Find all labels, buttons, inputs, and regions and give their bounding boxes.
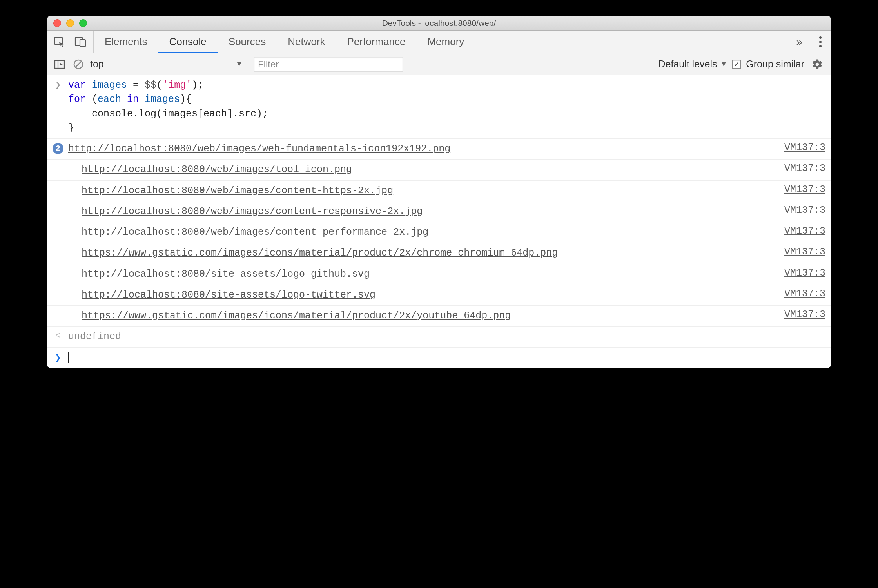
log-source-link[interactable]: VM137:3 bbox=[776, 288, 825, 299]
log-url[interactable]: https://www.gstatic.com/images/icons/mat… bbox=[82, 310, 511, 321]
svg-marker-5 bbox=[60, 63, 63, 65]
svg-rect-3 bbox=[55, 60, 64, 68]
log-url[interactable]: https://www.gstatic.com/images/icons/mat… bbox=[82, 247, 558, 259]
console-log-entry: http://localhost:8080/web/images/content… bbox=[47, 201, 831, 222]
minimize-window-button[interactable] bbox=[66, 19, 74, 27]
maximize-window-button[interactable] bbox=[79, 19, 87, 27]
log-source-link[interactable]: VM137:3 bbox=[776, 205, 825, 216]
execution-context-selector[interactable]: top ▼ bbox=[90, 58, 247, 70]
log-source-link[interactable]: VM137:3 bbox=[776, 163, 825, 174]
log-url[interactable]: http://localhost:8080/web/images/content… bbox=[82, 206, 423, 217]
overflow-tabs-button[interactable]: » bbox=[791, 36, 807, 48]
tab-memory[interactable]: Memory bbox=[416, 31, 475, 53]
console-settings-icon[interactable] bbox=[809, 58, 825, 70]
divider bbox=[811, 34, 811, 49]
tabs-right-tools: » bbox=[786, 31, 831, 53]
log-source-link[interactable]: VM137:3 bbox=[776, 267, 825, 279]
group-similar-checkbox[interactable]: ✓ bbox=[732, 60, 741, 69]
prompt-marker-icon: ❯ bbox=[53, 351, 63, 364]
window-title: DevTools - localhost:8080/web/ bbox=[47, 18, 831, 28]
input-marker-icon: ❯ bbox=[53, 78, 63, 91]
console-log-entry: 2http://localhost:8080/web/images/web-fu… bbox=[47, 139, 831, 160]
tab-network[interactable]: Network bbox=[277, 31, 336, 53]
inspector-tools bbox=[47, 31, 94, 53]
log-source-link[interactable]: VM137:3 bbox=[776, 309, 825, 320]
log-url[interactable]: http://localhost:8080/site-assets/logo-g… bbox=[82, 269, 370, 280]
console-input-history: ❯ var images = $$('img');for (each in im… bbox=[47, 75, 831, 139]
levels-label: Default levels bbox=[658, 58, 717, 70]
log-url[interactable]: http://localhost:8080/web/images/content… bbox=[82, 185, 393, 196]
repeat-count-badge: 2 bbox=[53, 143, 63, 154]
console-log-entry: http://localhost:8080/web/images/content… bbox=[47, 181, 831, 201]
inspect-element-icon[interactable] bbox=[53, 35, 67, 49]
devtools-window: DevTools - localhost:8080/web/ ElementsC… bbox=[47, 16, 831, 368]
result-marker-icon: < bbox=[53, 330, 63, 341]
console-result: < undefined bbox=[47, 327, 831, 347]
console-log-entry: http://localhost:8080/site-assets/logo-g… bbox=[47, 264, 831, 285]
tab-console[interactable]: Console bbox=[158, 31, 217, 53]
chevron-down-icon: ▼ bbox=[236, 60, 243, 68]
toggle-console-sidebar-icon[interactable] bbox=[53, 57, 67, 71]
context-label: top bbox=[90, 58, 104, 70]
svg-line-7 bbox=[75, 61, 82, 67]
console-log-entry: https://www.gstatic.com/images/icons/mat… bbox=[47, 243, 831, 264]
filter-input[interactable] bbox=[254, 57, 403, 71]
code-block: var images = $$('img');for (each in imag… bbox=[68, 78, 825, 135]
log-url[interactable]: http://localhost:8080/web/images/tool_ic… bbox=[82, 164, 352, 175]
panel-tabs: ElementsConsoleSourcesNetworkPerformance… bbox=[94, 31, 786, 53]
tab-sources[interactable]: Sources bbox=[218, 31, 277, 53]
console-body: ❯ var images = $$('img');for (each in im… bbox=[47, 75, 831, 368]
console-toolbar: top ▼ Default levels ▼ ✓ Group similar bbox=[47, 53, 831, 75]
tab-elements[interactable]: Elements bbox=[94, 31, 158, 53]
tab-performance[interactable]: Performance bbox=[336, 31, 417, 53]
clear-console-icon[interactable] bbox=[71, 57, 85, 71]
result-value: undefined bbox=[68, 331, 121, 342]
console-log-entry: http://localhost:8080/site-assets/logo-t… bbox=[47, 285, 831, 306]
close-window-button[interactable] bbox=[53, 19, 61, 27]
log-url[interactable]: http://localhost:8080/site-assets/logo-t… bbox=[82, 289, 376, 301]
device-toolbar-icon[interactable] bbox=[74, 35, 88, 49]
titlebar: DevTools - localhost:8080/web/ bbox=[47, 16, 831, 31]
console-log-entry: http://localhost:8080/web/images/content… bbox=[47, 222, 831, 243]
log-url[interactable]: http://localhost:8080/web/images/content… bbox=[82, 227, 428, 238]
group-similar-label: Group similar bbox=[746, 58, 804, 70]
log-url[interactable]: http://localhost:8080/web/images/web-fun… bbox=[68, 143, 450, 154]
log-levels-selector[interactable]: Default levels ▼ bbox=[658, 58, 727, 70]
text-cursor bbox=[68, 352, 69, 363]
svg-rect-2 bbox=[80, 40, 85, 47]
panel-tabs-row: ElementsConsoleSourcesNetworkPerformance… bbox=[47, 31, 831, 53]
console-prompt[interactable]: ❯ bbox=[47, 348, 831, 368]
log-source-link[interactable]: VM137:3 bbox=[776, 225, 825, 237]
log-source-link[interactable]: VM137:3 bbox=[776, 184, 825, 195]
traffic-lights bbox=[47, 19, 87, 27]
chevron-down-icon: ▼ bbox=[720, 60, 727, 68]
more-options-button[interactable] bbox=[815, 36, 825, 47]
log-source-link[interactable]: VM137:3 bbox=[776, 246, 825, 258]
console-log-entry: https://www.gstatic.com/images/icons/mat… bbox=[47, 306, 831, 327]
console-log-entry: http://localhost:8080/web/images/tool_ic… bbox=[47, 160, 831, 180]
log-source-link[interactable]: VM137:3 bbox=[776, 142, 825, 153]
